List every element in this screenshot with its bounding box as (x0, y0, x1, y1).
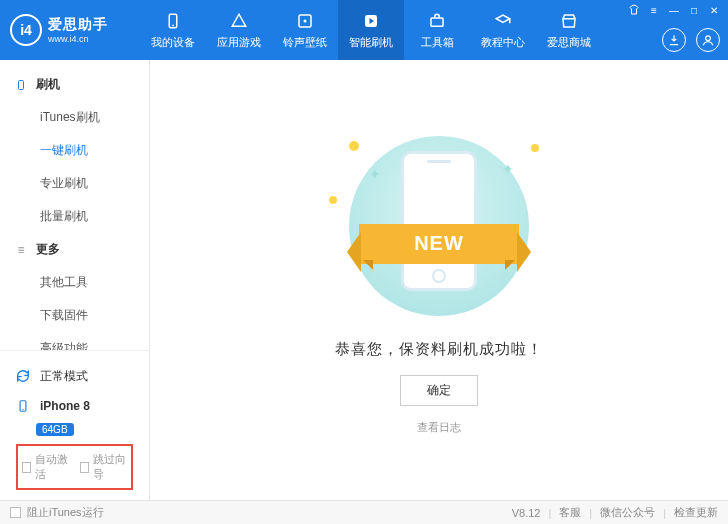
toolbox-icon (427, 11, 447, 31)
success-illustration: ✦ ✦ NEW (329, 136, 549, 316)
device-icon (163, 11, 183, 31)
minimize-button[interactable]: — (665, 3, 683, 17)
checkbox-icon (80, 462, 89, 473)
checkbox-label: 自动激活 (35, 452, 69, 482)
mode-row[interactable]: 正常模式 (10, 361, 139, 391)
view-log-link[interactable]: 查看日志 (417, 420, 461, 435)
sidebar-item-oneclick-flash[interactable]: 一键刷机 (0, 134, 149, 167)
mode-label: 正常模式 (40, 368, 88, 385)
nav-ringtones[interactable]: 铃声壁纸 (272, 0, 338, 60)
phone-icon (14, 78, 28, 92)
nav-smart-flash[interactable]: 智能刷机 (338, 0, 404, 60)
version-label: V8.12 (512, 507, 541, 519)
checkbox-label: 跳过向导 (93, 452, 127, 482)
options-highlighted-box: 自动激活 跳过向导 (16, 444, 133, 490)
nav-toolbox[interactable]: 工具箱 (404, 0, 470, 60)
sidebar-item-batch-flash[interactable]: 批量刷机 (0, 200, 149, 233)
capacity-badge: 64GB (36, 423, 74, 436)
sidebar-item-download-firmware[interactable]: 下载固件 (0, 299, 149, 332)
header: i4 爱思助手 www.i4.cn 我的设备 应用游戏 铃声壁纸 智能刷机 工具… (0, 0, 728, 60)
nav-my-device[interactable]: 我的设备 (140, 0, 206, 60)
nav-store[interactable]: 爱思商城 (536, 0, 602, 60)
flash-icon (361, 11, 381, 31)
sidebar-item-other-tools[interactable]: 其他工具 (0, 266, 149, 299)
sidebar-item-pro-flash[interactable]: 专业刷机 (0, 167, 149, 200)
svg-point-6 (706, 36, 711, 41)
nav-label: 教程中心 (481, 35, 525, 50)
checkbox-skip-wizard[interactable]: 跳过向导 (80, 452, 128, 482)
header-right (662, 28, 720, 52)
footer: 阻止iTunes运行 V8.12 | 客服 | 微信公众号 | 检查更新 (0, 500, 728, 524)
nav-label: 应用游戏 (217, 35, 261, 50)
sidebar-item-itunes-flash[interactable]: iTunes刷机 (0, 101, 149, 134)
svg-rect-5 (431, 18, 443, 26)
nav-label: 智能刷机 (349, 35, 393, 50)
user-button[interactable] (696, 28, 720, 52)
download-button[interactable] (662, 28, 686, 52)
sidebar-section-more[interactable]: ≡ 更多 (0, 233, 149, 266)
checkbox-label: 阻止iTunes运行 (27, 505, 104, 520)
sidebar-section-flash[interactable]: 刷机 (0, 68, 149, 101)
footer-link-support[interactable]: 客服 (559, 505, 581, 520)
checkbox-block-itunes[interactable]: 阻止iTunes运行 (10, 505, 104, 520)
device-name: iPhone 8 (40, 399, 90, 413)
nav-label: 我的设备 (151, 35, 195, 50)
maximize-button[interactable]: □ (685, 3, 703, 17)
confirm-button[interactable]: 确定 (400, 375, 478, 406)
sidebar-bottom: 正常模式 iPhone 8 64GB 自动激活 跳过向导 (0, 350, 149, 500)
logo-icon: i4 (10, 14, 42, 46)
main-panel: ✦ ✦ NEW 恭喜您，保资料刷机成功啦！ 确定 查看日志 (150, 60, 728, 500)
svg-rect-7 (19, 80, 24, 89)
sidebar: 刷机 iTunes刷机 一键刷机 专业刷机 批量刷机 ≡ 更多 其他工具 下载固… (0, 60, 150, 500)
nav-label: 铃声壁纸 (283, 35, 327, 50)
brand-title: 爱思助手 (48, 16, 108, 34)
section-title: 刷机 (36, 76, 60, 93)
section-title: 更多 (36, 241, 60, 258)
apps-icon (229, 11, 249, 31)
success-message: 恭喜您，保资料刷机成功啦！ (335, 340, 543, 359)
nav-tutorials[interactable]: 教程中心 (470, 0, 536, 60)
checkbox-icon (10, 507, 21, 518)
tutorial-icon (493, 11, 513, 31)
new-ribbon: NEW (359, 224, 519, 264)
logo-area: i4 爱思助手 www.i4.cn (0, 14, 140, 46)
sidebar-item-advanced[interactable]: 高级功能 (0, 332, 149, 350)
nav-apps[interactable]: 应用游戏 (206, 0, 272, 60)
footer-link-update[interactable]: 检查更新 (674, 505, 718, 520)
refresh-icon (14, 367, 32, 385)
nav-label: 工具箱 (421, 35, 454, 50)
window-controls: ≡ — □ ✕ (620, 0, 728, 20)
device-icon (14, 397, 32, 415)
svg-point-3 (304, 19, 307, 22)
phone-icon (401, 151, 477, 291)
brand-subtitle: www.i4.cn (48, 34, 108, 44)
checkbox-icon (22, 462, 31, 473)
store-icon (559, 11, 579, 31)
menu-icon: ≡ (14, 243, 28, 257)
skin-button[interactable] (625, 3, 643, 17)
nav-label: 爱思商城 (547, 35, 591, 50)
checkbox-auto-activate[interactable]: 自动激活 (22, 452, 70, 482)
device-row[interactable]: iPhone 8 (10, 391, 139, 421)
close-button[interactable]: ✕ (705, 3, 723, 17)
footer-link-wechat[interactable]: 微信公众号 (600, 505, 655, 520)
menu-button[interactable]: ≡ (645, 3, 663, 17)
ringtone-icon (295, 11, 315, 31)
